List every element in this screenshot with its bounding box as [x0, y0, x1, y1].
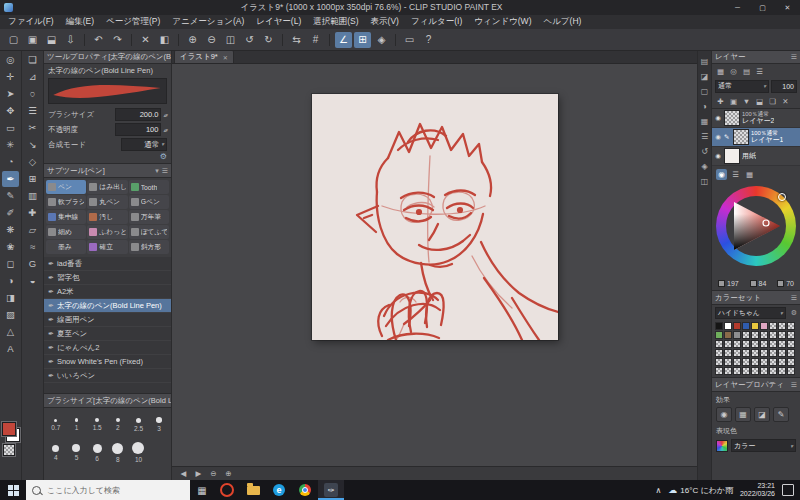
menu-item-2[interactable]: ページ管理(P): [100, 15, 166, 29]
pen-list-item[interactable]: ✒にゃんぺん2: [44, 341, 171, 355]
menu-item-7[interactable]: フィルター(I): [405, 15, 468, 29]
color-swatch[interactable]: [715, 340, 723, 348]
color-swatch[interactable]: [733, 340, 741, 348]
delete-layer-icon[interactable]: ✕: [780, 96, 791, 107]
object-tool-icon[interactable]: ➤: [2, 86, 19, 102]
subtool-item[interactable]: 細め: [46, 225, 86, 239]
color-swatch[interactable]: [715, 349, 723, 357]
zoom-in-icon[interactable]: ⊕: [184, 32, 201, 48]
menu-item-4[interactable]: レイヤー(L): [250, 15, 307, 29]
eyedropper-tool-icon[interactable]: ◔: [2, 154, 19, 170]
transparent-color-chip[interactable]: [3, 444, 15, 456]
opera-icon[interactable]: [214, 480, 240, 500]
dock-material-icon[interactable]: ◈: [699, 163, 710, 171]
drawing-canvas[interactable]: [312, 94, 558, 340]
airbrush-tool-icon[interactable]: ❋: [2, 222, 19, 238]
brush-size-value[interactable]: 200.0: [115, 108, 161, 121]
subtool-item[interactable]: 集中線: [46, 210, 86, 224]
undo-icon[interactable]: ↶: [90, 32, 107, 48]
weather-status[interactable]: ☁ 16°C にわか雨: [668, 485, 733, 496]
brush-size-option[interactable]: 4: [46, 439, 66, 466]
brush-size-option[interactable]: 10: [129, 439, 149, 466]
layer-move-tool-icon[interactable]: ✥: [2, 103, 19, 119]
layer-color-icon[interactable]: ◪: [754, 407, 770, 422]
fit-screen-icon[interactable]: ◫: [222, 32, 239, 48]
nav-prev-icon[interactable]: ◀: [177, 469, 190, 478]
color-swatch[interactable]: [733, 358, 741, 366]
flip-horizontal-icon[interactable]: ⇆: [288, 32, 305, 48]
color-swatch[interactable]: [751, 367, 759, 375]
zoom-out-icon[interactable]: ⊖: [203, 32, 220, 48]
color-swatch[interactable]: [742, 322, 750, 330]
merge-layer-icon[interactable]: ⬓: [754, 96, 765, 107]
color-swatch[interactable]: [760, 349, 768, 357]
color-swatch[interactable]: [787, 367, 795, 375]
color-set-header[interactable]: カラーセット ☰: [712, 291, 800, 305]
blend-mode-select[interactable]: 通常 ▾: [121, 138, 167, 151]
save-icon[interactable]: ⬓: [43, 32, 60, 48]
wrench-icon[interactable]: ⚙: [160, 152, 167, 161]
subtool-item[interactable]: 確立: [87, 240, 127, 254]
clip-studio-paint-taskbar-icon[interactable]: [318, 480, 344, 500]
panel-menu-icon[interactable]: ☰: [791, 381, 797, 389]
layer-thumbnail[interactable]: [733, 129, 749, 145]
add-sub-tool-icon[interactable]: ✚: [24, 205, 41, 221]
dock-color-set-icon[interactable]: ▦: [699, 118, 710, 126]
color-swatch[interactable]: [769, 358, 777, 366]
color-swatch[interactable]: [724, 349, 732, 357]
action-center-icon[interactable]: [782, 484, 794, 496]
menu-item-8[interactable]: ウィンドウ(W): [468, 15, 537, 29]
search-input[interactable]: [45, 485, 184, 496]
color-swatch[interactable]: [769, 340, 777, 348]
pen-list-item[interactable]: ✒iad番香: [44, 257, 171, 271]
zoom-in-status-icon[interactable]: ⊕: [222, 469, 235, 478]
clear-icon[interactable]: ✕: [137, 32, 154, 48]
file-explorer-icon[interactable]: [240, 480, 266, 500]
snap-grid-icon[interactable]: ⊞: [354, 32, 371, 48]
eraser-tool-icon[interactable]: ◻: [2, 256, 19, 272]
color-swatch[interactable]: [751, 322, 759, 330]
brush-size-option[interactable]: 0.7: [46, 411, 66, 438]
panel-menu-icon[interactable]: ☰: [791, 53, 797, 61]
border-effect-icon[interactable]: ◉: [716, 407, 732, 422]
document-tab[interactable]: イラスト9* ✕: [174, 50, 234, 63]
layer-blend-mode-select[interactable]: 通常 ▾: [715, 80, 769, 93]
color-swatch[interactable]: [760, 358, 768, 366]
gradient-tool-icon[interactable]: ▨: [2, 307, 19, 323]
fill-tool-icon[interactable]: ◨: [2, 290, 19, 306]
layer-search-icon[interactable]: ◎: [728, 66, 739, 77]
color-swatch[interactable]: [769, 322, 777, 330]
color-swatch[interactable]: [778, 331, 786, 339]
color-swatch[interactable]: [778, 340, 786, 348]
brush-size-option[interactable]: 3: [149, 411, 169, 438]
rotate-left-icon[interactable]: ↺: [241, 32, 258, 48]
decoration-tool-icon[interactable]: ❀: [2, 239, 19, 255]
brush-size-header[interactable]: ブラシサイズ[太字の線のペン(Bold Lin... ☰: [44, 394, 171, 408]
contrast-tool-icon[interactable]: ◒: [24, 273, 41, 289]
ruler-icon[interactable]: ▭: [401, 32, 418, 48]
color-set-select[interactable]: ハイドちゃん ▾: [715, 307, 786, 319]
edge-icon[interactable]: [266, 480, 292, 500]
color-swatch[interactable]: [724, 358, 732, 366]
subtool-item[interactable]: ペン: [46, 180, 86, 194]
maximize-button[interactable]: ▢: [750, 0, 775, 15]
menu-item-6[interactable]: 表示(V): [365, 15, 405, 29]
layer-row[interactable]: ◉100％通常レイヤー2: [712, 109, 800, 128]
new-canvas-icon[interactable]: ▢: [5, 32, 22, 48]
close-button[interactable]: ✕: [775, 0, 800, 15]
figure-sub-tool-icon[interactable]: ◇: [24, 154, 41, 170]
layer-thumbnail-size-icon[interactable]: ▤: [741, 66, 752, 77]
pen-list-item[interactable]: ✒太字の線のペン(Bold Line Pen): [44, 299, 171, 313]
help-icon[interactable]: ?: [420, 32, 437, 48]
subtool-item[interactable]: ぼてふで: [129, 225, 169, 239]
open-file-icon[interactable]: ▣: [24, 32, 41, 48]
color-swatch[interactable]: [742, 358, 750, 366]
dock-sub-view-icon[interactable]: ◫: [699, 178, 710, 186]
visibility-eye-icon[interactable]: ◉: [714, 133, 722, 141]
color-swatch[interactable]: [787, 358, 795, 366]
tool-property-header[interactable]: ツールプロパティ[太字の線のペン(Bold... ▾ ☰: [44, 50, 171, 64]
layer-row[interactable]: ◉✎100％通常レイヤー1: [712, 128, 800, 147]
layer-panel-header[interactable]: レイヤー ☰: [712, 50, 800, 64]
text-tool-icon[interactable]: A: [2, 341, 19, 357]
pencil-tool-icon[interactable]: ✎: [2, 188, 19, 204]
